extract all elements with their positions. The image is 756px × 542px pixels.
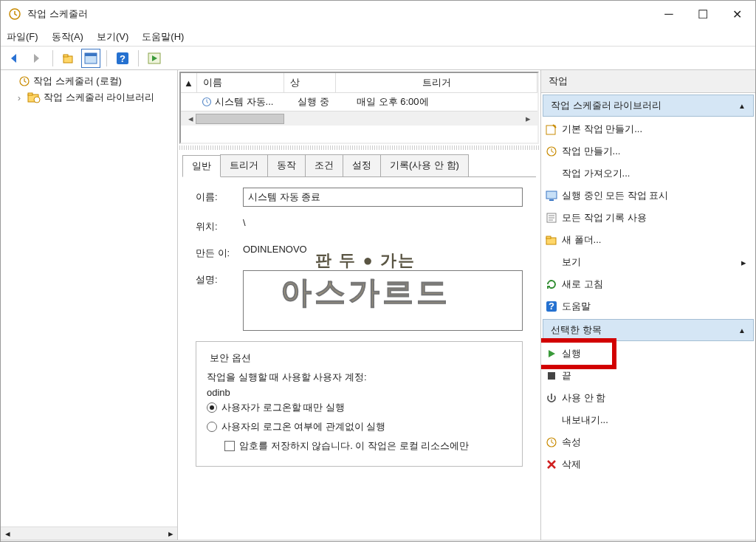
action-new-folder[interactable]: 새 폴더... xyxy=(541,229,755,251)
tab-settings[interactable]: 설정 xyxy=(343,154,381,176)
svg-rect-2 xyxy=(63,55,68,57)
close-button[interactable]: ✕ xyxy=(720,1,754,27)
task-list: ▲ 이름 상 트리거 시스템 자동... 실행 중 매일 오후 6:00에 ◂▸ xyxy=(179,72,539,144)
svg-rect-15 xyxy=(546,191,557,199)
list-hscroll[interactable]: ◂▸ xyxy=(181,111,537,126)
menu-action[interactable]: 동작(A) xyxy=(52,30,83,44)
stop-icon xyxy=(546,370,557,382)
menu-help[interactable]: 도움말(H) xyxy=(142,30,184,44)
svg-text:?: ? xyxy=(549,301,554,312)
tree-hscroll[interactable]: ◂▸ xyxy=(1,526,177,540)
menu-view[interactable]: 보기(V) xyxy=(97,30,128,44)
help-button[interactable]: ? xyxy=(113,49,132,68)
desc-label: 설명: xyxy=(196,270,243,287)
location-label: 위치: xyxy=(196,217,243,233)
action-properties[interactable]: 속성 xyxy=(541,431,755,453)
wizard-icon xyxy=(546,123,557,135)
svg-rect-10 xyxy=(28,93,32,95)
svg-rect-13 xyxy=(546,126,555,134)
window-title: 작업 스케줄러 xyxy=(27,7,88,21)
tab-actions[interactable]: 동작 xyxy=(267,154,306,176)
radio-logged-on[interactable]: 사용자가 로그온할 때만 실행 xyxy=(207,398,512,417)
col-status[interactable]: 상 xyxy=(284,73,336,92)
collapse-icon: ▲ xyxy=(738,102,746,110)
action-disable[interactable]: 사용 안 함 xyxy=(541,387,755,409)
properties-icon xyxy=(546,436,557,448)
menu-file[interactable]: 파일(F) xyxy=(7,30,38,44)
collapse-icon: ▲ xyxy=(738,326,746,335)
action-import[interactable]: 작업 가져오기... xyxy=(541,162,755,185)
svg-rect-16 xyxy=(549,199,554,201)
forward-button[interactable] xyxy=(27,49,47,68)
tab-general[interactable]: 일반 xyxy=(182,155,221,177)
maximize-button[interactable]: ☐ xyxy=(686,1,720,27)
folder-clock-icon xyxy=(27,92,41,103)
menu-bar: 파일(F) 동작(A) 보기(V) 도움말(H) xyxy=(1,27,755,47)
col-name[interactable]: 이름 xyxy=(197,73,284,92)
svg-rect-4 xyxy=(85,53,97,56)
clock-icon xyxy=(18,75,30,87)
play-icon xyxy=(546,348,557,360)
radio-icon xyxy=(207,422,217,432)
clock-icon xyxy=(202,97,212,107)
radio-any[interactable]: 사용자의 로그온 여부에 관계없이 실행 xyxy=(207,417,512,436)
toolbar: ? xyxy=(1,47,755,70)
table-row[interactable]: 시스템 자동... 실행 중 매일 오후 6:00에 xyxy=(181,93,537,111)
disable-icon xyxy=(546,392,557,404)
delete-icon xyxy=(546,459,557,470)
action-create-basic[interactable]: 기본 작업 만들기... xyxy=(541,118,755,140)
action-run[interactable]: 실행 xyxy=(541,343,755,365)
general-panel: 이름: 시스템 자동 종료 위치: \ 만든 이: ODINLENOVO 설명:… xyxy=(178,177,540,540)
tree-root-label: 작업 스케줄러 (로컬) xyxy=(33,75,122,88)
tree-pane: 작업 스케줄러 (로컬) › 작업 스케줄러 라이브러리 ◂▸ xyxy=(1,70,178,540)
svg-rect-19 xyxy=(546,236,551,239)
svg-rect-22 xyxy=(548,372,555,380)
sort-indicator[interactable]: ▲ xyxy=(181,73,197,92)
action-export[interactable]: 내보내기... xyxy=(541,409,755,431)
history-icon xyxy=(546,212,557,224)
section-library[interactable]: 작업 스케줄러 라이브러리▲ xyxy=(543,95,754,117)
svg-text:?: ? xyxy=(120,53,126,64)
author-label: 만든 이: xyxy=(196,244,243,260)
security-user-label: 작업을 실행할 때 사용할 사용자 계정: xyxy=(207,371,512,384)
run-button[interactable] xyxy=(145,49,164,68)
tree-library-label: 작업 스케줄러 라이브러리 xyxy=(44,91,154,104)
action-enable-history[interactable]: 모든 작업 기록 사용 xyxy=(541,207,755,229)
chevron-right-icon: ▸ xyxy=(741,257,746,268)
tree-root[interactable]: 작업 스케줄러 (로컬) xyxy=(5,73,173,89)
action-help[interactable]: ?도움말 xyxy=(541,295,755,318)
section-selected[interactable]: 선택한 항목▲ xyxy=(543,319,754,341)
location-value: \ xyxy=(243,217,523,228)
checkbox-icon xyxy=(224,441,235,451)
task-icon xyxy=(546,145,557,157)
tab-history[interactable]: 기록(사용 안 함) xyxy=(380,154,469,176)
col-trigger[interactable]: 트리거 xyxy=(336,73,537,92)
radio-icon xyxy=(207,402,217,413)
security-user: odinb xyxy=(207,387,512,398)
action-delete[interactable]: 삭제 xyxy=(541,453,755,476)
action-show-running[interactable]: 실행 중인 모든 작업 표시 xyxy=(541,185,755,207)
action-view[interactable]: 보기▸ xyxy=(541,251,755,273)
folder-icon xyxy=(546,234,557,246)
desc-field[interactable] xyxy=(243,270,523,331)
author-value: ODINLENOVO xyxy=(243,244,523,255)
expand-icon[interactable]: › xyxy=(14,92,24,103)
chk-nopwd[interactable]: 암호를 저장하지 않습니다. 이 작업은 로컬 리소스에만 xyxy=(207,436,512,456)
name-label: 이름: xyxy=(196,188,243,204)
help-icon: ? xyxy=(546,301,557,312)
tab-conditions[interactable]: 조건 xyxy=(305,154,343,176)
action-create-task[interactable]: 작업 만들기... xyxy=(541,140,755,162)
up-button[interactable] xyxy=(59,49,78,68)
action-refresh[interactable]: 새로 고침 xyxy=(541,273,755,295)
name-field[interactable]: 시스템 자동 종료 xyxy=(243,188,523,207)
minimize-button[interactable]: ─ xyxy=(652,1,686,27)
splitter[interactable] xyxy=(179,145,539,150)
action-end[interactable]: 끝 xyxy=(541,365,755,387)
refresh-icon xyxy=(546,278,557,290)
tree-library[interactable]: › 작업 스케줄러 라이브러리 xyxy=(5,89,173,106)
clock-icon xyxy=(8,7,21,21)
back-button[interactable] xyxy=(5,49,24,68)
tab-triggers[interactable]: 트리거 xyxy=(220,154,268,176)
display-icon xyxy=(546,190,557,202)
properties-button[interactable] xyxy=(81,49,100,68)
